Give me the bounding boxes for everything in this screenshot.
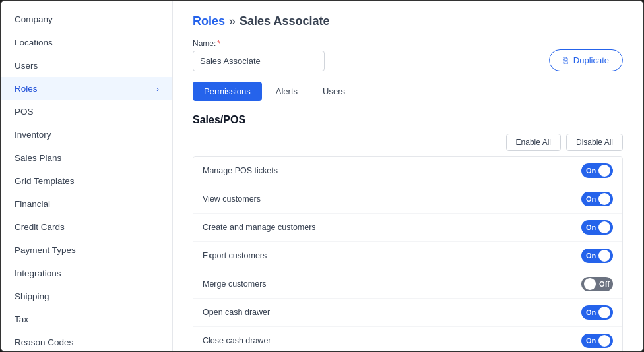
permission-toggle[interactable]: On xyxy=(581,163,613,178)
toggle-state-label: On xyxy=(586,308,596,316)
sidebar-item-financial[interactable]: Financial xyxy=(1,192,172,216)
sidebar-item-label: Users xyxy=(15,61,38,71)
permission-label: View customers xyxy=(203,194,261,204)
permissions-list: Manage POS ticketsOnView customersOnCrea… xyxy=(193,156,623,351)
sidebar-item-label: Reason Codes xyxy=(15,337,73,347)
sidebar-item-label: Sales Plans xyxy=(15,153,61,163)
sidebar-item-label: Tax xyxy=(15,314,28,324)
sidebar-item-label: Company xyxy=(15,15,53,24)
section-title: Sales/POS xyxy=(193,114,623,126)
toggle-track[interactable]: Off xyxy=(581,277,613,291)
permission-toggle[interactable]: On xyxy=(581,305,613,320)
form-row: Name:* ⎘ Duplicate xyxy=(193,39,623,71)
sidebar-item-pos[interactable]: POS xyxy=(1,100,172,123)
toggle-knob xyxy=(598,307,610,318)
permission-label: Close cash drawer xyxy=(203,336,271,345)
disable-all-button[interactable]: Disable All xyxy=(566,134,623,151)
breadcrumb-current: Sales Associate xyxy=(240,15,329,28)
permission-toggle[interactable]: On xyxy=(581,249,613,263)
permission-label: Open cash drawer xyxy=(203,308,270,317)
sidebar-item-label: Credit Cards xyxy=(15,222,65,232)
breadcrumb-link[interactable]: Roles xyxy=(193,15,225,28)
toggle-track[interactable]: On xyxy=(581,220,613,235)
permission-label: Create and manage customers xyxy=(203,223,316,232)
toggle-track[interactable]: On xyxy=(581,305,613,320)
toggle-state-label: On xyxy=(586,195,596,203)
toggle-state-label: Off xyxy=(599,280,610,288)
toggle-track[interactable]: On xyxy=(581,163,613,178)
tab-alerts[interactable]: Alerts xyxy=(265,82,309,101)
permission-label: Manage POS tickets xyxy=(203,166,278,175)
sidebar-item-inventory[interactable]: Inventory xyxy=(1,123,172,146)
name-label: Name:* xyxy=(193,39,325,48)
duplicate-button[interactable]: ⎘ Duplicate xyxy=(549,49,623,71)
app-window: CompanyLocationsUsersRoles›POSInventoryS… xyxy=(0,0,644,352)
toggle-knob xyxy=(598,335,610,347)
sidebar-item-grid-templates[interactable]: Grid Templates xyxy=(1,169,172,192)
sidebar-item-label: Integrations xyxy=(15,268,61,278)
sidebar-item-label: Roles xyxy=(15,84,38,94)
sidebar-item-locations[interactable]: Locations xyxy=(1,31,172,54)
sidebar-item-credit-cards[interactable]: Credit Cards xyxy=(1,216,172,239)
sidebar-item-label: POS xyxy=(15,107,34,117)
permission-label: Merge customers xyxy=(203,279,267,289)
sidebar-item-shipping[interactable]: Shipping xyxy=(1,285,172,308)
sidebar-item-reason-codes[interactable]: Reason Codes xyxy=(1,331,172,351)
sidebar-item-label: Inventory xyxy=(15,130,51,140)
toggle-state-label: On xyxy=(586,167,596,175)
permission-toggle[interactable]: On xyxy=(581,192,613,206)
toggle-state-label: On xyxy=(586,252,596,260)
copy-icon: ⎘ xyxy=(563,55,568,65)
permission-toggle[interactable]: On xyxy=(581,220,613,235)
toggle-knob xyxy=(598,193,610,205)
toggle-knob xyxy=(598,250,610,262)
enable-all-button[interactable]: Enable All xyxy=(506,134,561,151)
sidebar-item-payment-types[interactable]: Payment Types xyxy=(1,239,172,262)
sidebar-item-roles[interactable]: Roles› xyxy=(1,77,172,100)
chevron-right-icon: › xyxy=(156,85,159,93)
sidebar-item-label: Grid Templates xyxy=(15,176,75,186)
permission-row: Close cash drawerOn xyxy=(193,327,622,351)
sidebar-item-users[interactable]: Users xyxy=(1,54,172,77)
sidebar-item-label: Financial xyxy=(15,199,50,209)
toggle-track[interactable]: On xyxy=(581,334,613,348)
tab-users[interactable]: Users xyxy=(311,82,356,101)
main-content: Roles » Sales Associate Name:* ⎘ Duplica… xyxy=(173,1,643,351)
name-group: Name:* xyxy=(193,39,325,71)
permission-toggle[interactable]: On xyxy=(581,334,613,348)
tabs-bar: PermissionsAlertsUsers xyxy=(193,82,623,101)
toggle-state-label: On xyxy=(586,223,596,231)
toggle-track[interactable]: On xyxy=(581,249,613,263)
sidebar-item-sales-plans[interactable]: Sales Plans xyxy=(1,146,172,169)
toggle-track[interactable]: On xyxy=(581,192,613,206)
name-input[interactable] xyxy=(193,51,325,71)
permission-row: Create and manage customersOn xyxy=(193,214,622,242)
sidebar-item-integrations[interactable]: Integrations xyxy=(1,262,172,285)
breadcrumb: Roles » Sales Associate xyxy=(193,15,623,28)
section-actions: Enable All Disable All xyxy=(193,134,623,151)
sidebar-item-label: Shipping xyxy=(15,291,49,301)
sidebar-item-company[interactable]: Company xyxy=(1,8,172,31)
toggle-knob xyxy=(598,165,610,177)
permission-label: Export customers xyxy=(203,251,267,260)
toggle-knob xyxy=(598,221,610,233)
permission-row: View customersOn xyxy=(193,185,622,214)
tab-permissions[interactable]: Permissions xyxy=(193,82,262,101)
sidebar-item-label: Payment Types xyxy=(15,245,76,255)
toggle-state-label: On xyxy=(586,337,596,345)
sidebar-item-label: Locations xyxy=(15,38,53,47)
breadcrumb-separator: » xyxy=(229,15,236,28)
permission-row: Open cash drawerOn xyxy=(193,299,622,327)
permission-toggle[interactable]: Off xyxy=(581,277,613,291)
sidebar-item-tax[interactable]: Tax xyxy=(1,308,172,331)
permission-row: Export customersOn xyxy=(193,242,622,270)
sidebar: CompanyLocationsUsersRoles›POSInventoryS… xyxy=(1,1,173,351)
toggle-knob xyxy=(584,278,596,290)
permission-row: Manage POS ticketsOn xyxy=(193,157,622,185)
permission-row: Merge customersOff xyxy=(193,270,622,299)
